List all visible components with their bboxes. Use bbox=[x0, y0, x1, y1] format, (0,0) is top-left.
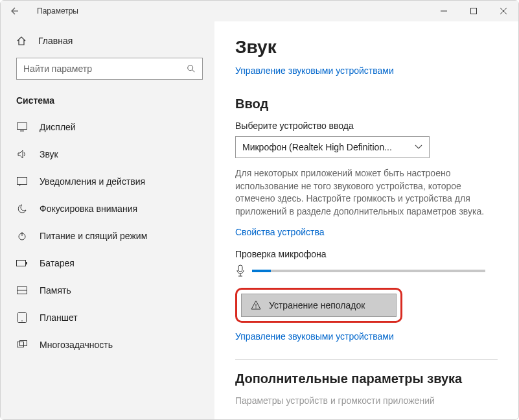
device-properties-link[interactable]: Свойства устройства bbox=[235, 227, 498, 237]
arrow-left-icon bbox=[8, 6, 19, 16]
svg-rect-19 bbox=[238, 265, 242, 272]
mic-level-row bbox=[235, 264, 498, 277]
advanced-item-cut: Параметры устройств и громкости приложен… bbox=[235, 395, 498, 406]
highlight-annotation: Устранение неполадок bbox=[235, 288, 402, 323]
minimize-icon bbox=[441, 8, 447, 14]
section-label: Система bbox=[1, 89, 214, 113]
power-icon bbox=[16, 230, 28, 242]
sidebar: Главная Найти параметр Система Дисплей bbox=[1, 21, 214, 419]
nav-multitasking[interactable]: Многозадачность bbox=[1, 331, 214, 358]
home-label: Главная bbox=[38, 36, 73, 46]
window-title: Параметры bbox=[27, 6, 78, 16]
nav-list: Дисплей Звук Уведомления и действия Фоку… bbox=[1, 113, 214, 419]
nav-battery[interactable]: Батарея bbox=[1, 250, 214, 277]
nav-storage[interactable]: Память bbox=[1, 277, 214, 304]
search-icon bbox=[187, 64, 196, 73]
mic-level-fill bbox=[252, 270, 271, 272]
tablet-icon bbox=[16, 312, 28, 323]
troubleshoot-button[interactable]: Устранение неполадок bbox=[241, 294, 397, 317]
minimize-button[interactable] bbox=[429, 1, 459, 21]
nav-label: Батарея bbox=[40, 258, 75, 268]
focus-icon bbox=[16, 203, 28, 215]
divider bbox=[235, 359, 498, 360]
svg-point-4 bbox=[188, 65, 193, 71]
mic-level-bar bbox=[252, 270, 485, 272]
svg-rect-1 bbox=[471, 8, 477, 14]
svg-rect-6 bbox=[17, 123, 27, 130]
svg-point-16 bbox=[21, 320, 23, 321]
nav-focus[interactable]: Фокусировка внимания bbox=[1, 195, 214, 222]
warning-icon bbox=[251, 300, 261, 310]
input-device-select[interactable]: Микрофон (Realtek High Definition... bbox=[235, 136, 430, 158]
input-heading: Ввод bbox=[235, 97, 498, 111]
troubleshoot-label: Устранение неполадок bbox=[269, 300, 365, 310]
titlebar: Параметры bbox=[1, 1, 518, 21]
multitasking-icon bbox=[16, 339, 28, 351]
window-controls bbox=[429, 1, 518, 21]
nav-notifications[interactable]: Уведомления и действия bbox=[1, 168, 214, 195]
notifications-icon bbox=[16, 176, 28, 187]
search-input[interactable]: Найти параметр bbox=[16, 58, 203, 80]
svg-rect-12 bbox=[26, 262, 27, 264]
input-select-label: Выберите устройство ввода bbox=[235, 121, 498, 131]
maximize-icon bbox=[470, 8, 477, 14]
back-button[interactable] bbox=[1, 1, 27, 21]
close-icon bbox=[500, 8, 507, 14]
search-wrap: Найти параметр bbox=[16, 58, 204, 80]
manage-devices-link[interactable]: Управление звуковыми устройствами bbox=[235, 65, 498, 76]
nav-label: Планшет bbox=[40, 312, 78, 323]
search-placeholder: Найти параметр bbox=[23, 64, 92, 74]
microphone-icon bbox=[235, 264, 246, 277]
manage-devices-link-2[interactable]: Управление звуковыми устройствами bbox=[235, 331, 394, 342]
svg-rect-17 bbox=[17, 342, 24, 347]
content: Звук Управление звуковыми устройствами В… bbox=[214, 21, 518, 419]
svg-line-5 bbox=[192, 70, 195, 73]
home-icon bbox=[16, 36, 27, 46]
sound-icon bbox=[16, 148, 28, 160]
settings-window: Параметры Главная Найти парамет bbox=[0, 0, 519, 420]
nav-label: Многозадачность bbox=[40, 340, 113, 350]
nav-display[interactable]: Дисплей bbox=[1, 113, 214, 141]
home-link[interactable]: Главная bbox=[1, 29, 214, 52]
maximize-button[interactable] bbox=[459, 1, 489, 21]
storage-icon bbox=[16, 285, 28, 296]
advanced-heading: Дополнительные параметры звука bbox=[235, 371, 498, 386]
nav-power[interactable]: Питание и спящий режим bbox=[1, 222, 214, 250]
battery-icon bbox=[16, 257, 28, 269]
nav-label: Звук bbox=[40, 149, 58, 159]
svg-rect-11 bbox=[17, 261, 26, 266]
body: Главная Найти параметр Система Дисплей bbox=[1, 21, 518, 419]
svg-rect-8 bbox=[17, 178, 27, 185]
nav-label: Дисплей bbox=[40, 122, 76, 132]
nav-label: Фокусировка внимания bbox=[40, 204, 137, 214]
nav-label: Память bbox=[40, 285, 71, 296]
mic-check-label: Проверка микрофона bbox=[235, 249, 498, 259]
nav-label: Уведомления и действия bbox=[40, 176, 145, 187]
selected-value: Микрофон (Realtek High Definition... bbox=[242, 142, 392, 152]
input-description: Для некоторых приложений может быть наст… bbox=[235, 167, 494, 218]
display-icon bbox=[16, 121, 28, 133]
nav-sound[interactable]: Звук bbox=[1, 141, 214, 168]
svg-point-23 bbox=[255, 308, 256, 309]
nav-tablet[interactable]: Планшет bbox=[1, 304, 214, 331]
nav-label: Питание и спящий режим bbox=[40, 231, 147, 241]
chevron-down-icon bbox=[415, 145, 422, 150]
page-title: Звук bbox=[235, 37, 498, 58]
close-button[interactable] bbox=[489, 1, 518, 21]
